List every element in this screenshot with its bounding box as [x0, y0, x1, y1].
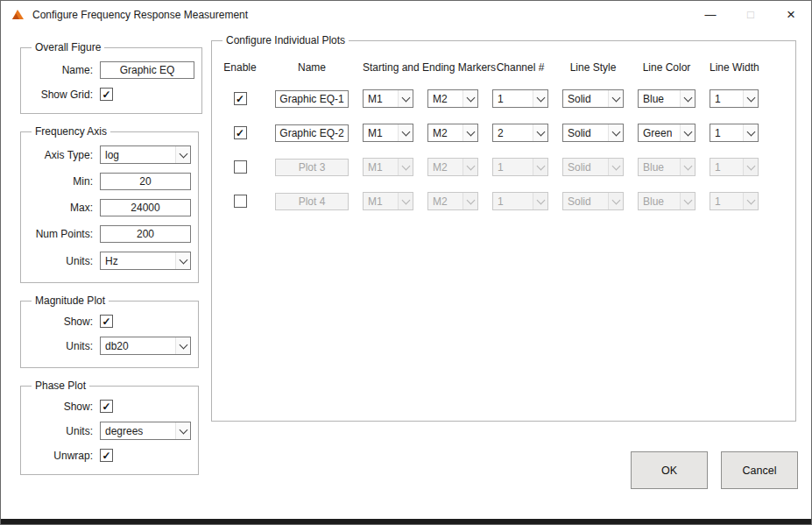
plot4-line-style-dropdown: Solid [562, 192, 624, 210]
plot2-line-width-dropdown[interactable]: 1 [710, 124, 759, 142]
axis-type-dropdown[interactable]: log [100, 145, 191, 164]
chevron-down-icon [462, 90, 477, 107]
magnitude-show-label: Show: [28, 316, 93, 328]
chevron-down-icon [608, 159, 623, 175]
plot1-start-marker-dropdown[interactable]: M1 [363, 89, 413, 108]
chevron-down-icon [462, 193, 477, 209]
window-title: Configure Frequency Response Measurement [32, 9, 248, 21]
header-name: Name [275, 61, 349, 74]
magnitude-show-checkbox[interactable]: ✓ [100, 315, 113, 328]
frequency-axis-group: Frequency Axis Axis Type: log Min: Max: … [20, 125, 199, 283]
plot-row-2: ✓ M1 M2 2 Solid Green 1 [219, 124, 788, 142]
chevron-down-icon [743, 90, 758, 107]
phase-plot-group-title: Phase Plot [32, 380, 89, 392]
unwrap-label: Unwrap: [28, 450, 93, 462]
plot4-channel-dropdown: 1 [492, 192, 548, 210]
magnitude-plot-group-title: Magnitude Plot [32, 294, 109, 307]
plot2-end-marker-dropdown[interactable]: M2 [427, 124, 478, 142]
plot3-line-color-dropdown: Blue [638, 158, 695, 176]
plot4-enable-checkbox[interactable] [234, 195, 247, 208]
chevron-down-icon [462, 159, 477, 175]
ok-button[interactable]: OK [631, 451, 708, 489]
plot4-name-input [275, 193, 349, 210]
num-points-input[interactable] [100, 225, 191, 243]
magnitude-units-dropdown[interactable]: db20 [100, 337, 191, 355]
plot2-start-marker-dropdown[interactable]: M1 [363, 124, 413, 142]
freq-min-input[interactable] [100, 173, 191, 190]
header-line-width: Line Width [710, 61, 759, 74]
plot4-line-width-dropdown: 1 [710, 192, 759, 210]
plot3-start-marker-dropdown: M1 [363, 158, 413, 176]
chevron-down-icon [175, 146, 190, 163]
plot2-line-style-dropdown[interactable]: Solid [562, 124, 624, 142]
phase-show-label: Show: [28, 401, 93, 413]
minimize-button[interactable]: — [690, 1, 731, 28]
chevron-down-icon [175, 422, 190, 439]
matlab-app-icon [11, 8, 25, 21]
maximize-button[interactable]: □ [731, 1, 771, 28]
plot1-line-style-dropdown[interactable]: Solid [562, 89, 624, 108]
plot1-line-color-dropdown[interactable]: Blue [638, 89, 695, 108]
plot1-line-width-dropdown[interactable]: 1 [710, 89, 759, 108]
plot1-enable-checkbox[interactable]: ✓ [234, 92, 247, 105]
chevron-down-icon [743, 193, 758, 209]
unwrap-checkbox[interactable]: ✓ [100, 449, 113, 462]
header-markers: Starting and Ending Markers [363, 61, 478, 74]
header-channel: Channel # [492, 61, 548, 74]
phase-show-checkbox[interactable]: ✓ [100, 400, 113, 413]
chevron-down-icon [680, 159, 695, 175]
plot2-line-color-dropdown[interactable]: Green [638, 124, 695, 142]
chevron-down-icon [398, 124, 413, 141]
plot1-name-input[interactable] [275, 90, 349, 108]
plot1-channel-dropdown[interactable]: 1 [492, 89, 548, 108]
num-points-label: Num Points: [28, 228, 93, 240]
plot-row-4: M1 M2 1 Solid Blue 1 [219, 192, 788, 210]
plot2-channel-dropdown[interactable]: 2 [492, 124, 548, 142]
header-enable: Enable [219, 61, 261, 74]
plot4-line-color-dropdown: Blue [638, 192, 695, 210]
freq-max-input[interactable] [100, 199, 191, 216]
freq-units-dropdown[interactable]: Hz [100, 252, 191, 270]
plot3-name-input [275, 159, 349, 176]
figure-name-input[interactable] [100, 61, 194, 79]
plot3-enable-checkbox[interactable] [234, 160, 247, 174]
chevron-down-icon [743, 159, 758, 175]
chevron-down-icon [608, 124, 623, 141]
plot3-line-width-dropdown: 1 [710, 158, 759, 176]
plot2-enable-checkbox[interactable]: ✓ [234, 126, 247, 139]
configure-individual-plots-group: Configure Individual Plots Enable Name S… [211, 34, 796, 422]
plots-header-row: Enable Name Starting and Ending Markers … [219, 61, 788, 74]
cancel-button[interactable]: Cancel [721, 451, 798, 489]
chevron-down-icon [398, 193, 413, 209]
chevron-down-icon [608, 90, 623, 107]
magnitude-units-label: Units: [28, 340, 93, 352]
close-button[interactable]: × [771, 1, 811, 28]
freq-units-label: Units: [28, 255, 93, 267]
figure-name-label: Name: [28, 64, 93, 76]
phase-units-dropdown[interactable]: degrees [100, 422, 191, 440]
plot4-start-marker-dropdown: M1 [363, 192, 413, 210]
frequency-axis-group-title: Frequency Axis [32, 125, 110, 138]
axis-type-label: Axis Type: [28, 149, 93, 161]
chevron-down-icon [398, 159, 413, 175]
plot3-line-style-dropdown: Solid [562, 158, 624, 176]
chevron-down-icon [533, 124, 547, 141]
chevron-down-icon [533, 193, 547, 209]
show-grid-label: Show Grid: [28, 89, 93, 101]
chevron-down-icon [680, 193, 695, 209]
chevron-down-icon [533, 159, 547, 175]
overall-figure-group-title: Overall Figure [32, 41, 104, 53]
show-grid-checkbox[interactable]: ✓ [100, 88, 113, 101]
plot3-channel-dropdown: 1 [492, 158, 548, 176]
plot-row-1: ✓ M1 M2 1 Solid Blue 1 [219, 89, 788, 108]
plot2-name-input[interactable] [275, 124, 349, 142]
plot1-end-marker-dropdown[interactable]: M2 [427, 89, 478, 108]
chevron-down-icon [398, 90, 413, 107]
header-line-color: Line Color [638, 61, 695, 74]
left-settings-column: Overall Figure Name: Show Grid: ✓ Freque… [20, 41, 195, 486]
chevron-down-icon [680, 90, 695, 107]
phase-units-label: Units: [28, 425, 93, 437]
plot4-end-marker-dropdown: M2 [427, 192, 478, 210]
chevron-down-icon [608, 193, 623, 209]
phase-plot-group: Phase Plot Show: ✓ Units: degrees Unwrap… [20, 380, 199, 475]
